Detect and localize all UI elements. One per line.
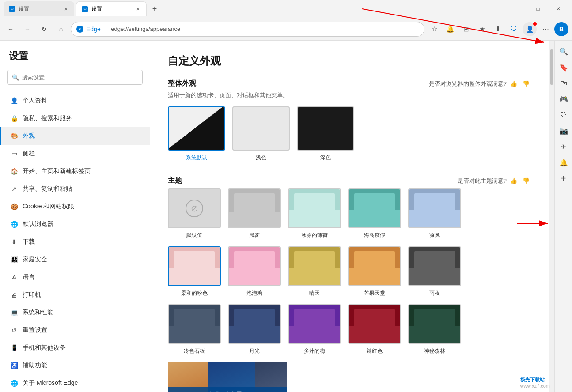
system-icon: 💻 [10, 309, 18, 317]
profile-label: 个人资料 [23, 97, 47, 105]
downloads-button[interactable]: ⬇ [491, 22, 505, 36]
thumbs-up-themes[interactable]: 👍 [508, 176, 519, 186]
minimize-button[interactable]: — [508, 2, 528, 16]
bookmark-icon[interactable]: 🔖 [557, 60, 571, 74]
theme-mystic-forest[interactable]: 神秘森林 [408, 304, 461, 355]
theme-icy-mint[interactable]: 冰凉的薄荷 [288, 188, 341, 239]
about-label: 关于 Microsoft Edge [23, 379, 78, 387]
refresh-button[interactable]: ↻ [37, 22, 51, 36]
cookies-label: Cookie 和网站权限 [23, 203, 74, 211]
reset-label: 重置设置 [23, 326, 47, 334]
soft-pink-preview [168, 246, 221, 286]
edge-logo-icon: e [76, 26, 83, 33]
new-tab-button[interactable]: + [148, 3, 161, 15]
system-default-preview [168, 106, 225, 151]
send-icon[interactable]: ✈ [557, 139, 571, 154]
language-label: 语言 [23, 273, 35, 281]
appearance-item-light[interactable]: 浅色 [232, 106, 290, 162]
address-bar[interactable]: e Edge | edge://settings/appearance [71, 22, 424, 37]
collections-button[interactable]: 🔔 [443, 22, 457, 36]
tab-1-close[interactable]: ✕ [63, 6, 69, 12]
mystic-forest-label: 神秘森林 [424, 347, 445, 355]
accessibility-label: 辅助功能 [23, 362, 47, 369]
sidebar-item-start[interactable]: 🏠 开始、主页和新建标签页 [0, 162, 150, 180]
edge-id-button[interactable]: 🛡 [507, 22, 521, 36]
theme-soft-pink[interactable]: 柔和的粉色 [168, 246, 221, 297]
thumbs-up-overall[interactable]: 👍 [508, 79, 519, 89]
cold-slate-label: 冷色石板 [184, 347, 205, 355]
sidebar-item-appearance[interactable]: 🎨 外观 [0, 127, 150, 145]
sidebar-item-family[interactable]: 👨‍👩‍👧 家庭安全 [0, 251, 150, 268]
sidebar-item-share[interactable]: ↗ 共享、复制和粘贴 [0, 180, 150, 198]
settings-more-button[interactable]: ⋯ [538, 22, 553, 36]
back-button[interactable]: ← [4, 22, 18, 36]
maximize-button[interactable]: □ [528, 2, 548, 16]
icy-mint-label: 冰凉的薄荷 [301, 232, 328, 239]
theme-mango-heaven[interactable]: 芒果天堂 [348, 246, 401, 297]
sidebar-item-profile[interactable]: 👤 个人资料 [0, 92, 150, 109]
search-input[interactable] [22, 74, 138, 81]
theme-default[interactable]: ⊘ 默认值 [168, 188, 221, 239]
home-button[interactable]: ⌂ [54, 22, 68, 36]
profile-icon: 👤 [10, 97, 18, 105]
content-wrapper: 自定义外观 整体外观 是否对浏览器的整体外观满意? 👍 👎 适用于新的选项卡、页… [150, 41, 554, 392]
appearance-item-system-default[interactable]: 系统默认 [168, 106, 225, 162]
notification-icon[interactable]: 🔔 [557, 155, 571, 170]
window-controls: — □ ✕ [508, 2, 568, 16]
theme-cool-breeze[interactable]: 凉风 [408, 188, 461, 239]
sidebar-item-language[interactable]: A 语言 [0, 268, 150, 286]
moonlight-preview [228, 304, 281, 344]
theme-island-holiday[interactable]: 海岛度假 [348, 188, 401, 239]
lock-icon: 🔒 [10, 114, 18, 122]
theme-chili-red[interactable]: 辣红色 [348, 304, 401, 355]
split-screen-button[interactable]: ⊟ [459, 22, 473, 36]
theme-sunny-day[interactable]: 晴天 [288, 246, 341, 297]
theme-moonlight[interactable]: 月光 [228, 304, 281, 355]
sidebar-label: 侧栏 [23, 150, 35, 158]
close-button[interactable]: ✕ [548, 2, 568, 16]
tab-1[interactable]: ⚙ 设置 ✕ [4, 1, 74, 16]
thumbs-down-overall[interactable]: 👎 [521, 79, 531, 89]
family-label: 家庭安全 [23, 256, 47, 264]
sidebar-item-reset[interactable]: ↺ 重置设置 [0, 321, 150, 339]
mango-heaven-label: 芒果天堂 [364, 290, 385, 297]
favorites-bar-button[interactable]: ★ [475, 22, 489, 36]
add-right-icon[interactable]: + [557, 171, 571, 185]
zoom-icon[interactable]: 🔍 [557, 44, 571, 58]
sidebar-item-about[interactable]: 🌐 关于 Microsoft Edge [0, 374, 150, 392]
shield-right-icon[interactable]: 🛡 [557, 108, 571, 122]
theme-cold-slate[interactable]: 冷色石板 [168, 304, 221, 355]
scrollbar-track[interactable] [549, 41, 554, 392]
moonlight-label: 月光 [249, 347, 260, 355]
thumbs-down-themes[interactable]: 👎 [521, 176, 531, 186]
sidebar-item-cookies[interactable]: 🍪 Cookie 和网站权限 [0, 198, 150, 215]
games-icon[interactable]: 🎮 [557, 92, 571, 106]
camera-icon[interactable]: 📷 [557, 124, 571, 138]
sidebar-item-accessibility[interactable]: ♿ 辅助功能 [0, 357, 150, 374]
theme-morning-mist[interactable]: 晨雾 [228, 188, 281, 239]
appearance-item-dark[interactable]: 深色 [297, 106, 354, 162]
forward-button[interactable]: → [20, 22, 34, 36]
scrollbar-thumb[interactable] [550, 49, 553, 85]
downloads-icon: ⬇ [10, 238, 18, 246]
theme-rainy-night[interactable]: 雨夜 [408, 246, 461, 297]
shopping-icon[interactable]: 🛍 [557, 76, 571, 90]
tab-2-close[interactable]: ✕ [135, 6, 141, 12]
sidebar-item-mobile[interactable]: 📱 手机和其他设备 [0, 339, 150, 357]
favorites-button[interactable]: ☆ [427, 22, 441, 36]
sidebar-item-system[interactable]: 💻 系统和性能 [0, 304, 150, 321]
cold-slate-preview [168, 304, 221, 344]
theme-bubblegum[interactable]: 泡泡糖 [228, 246, 281, 297]
themes-row-3: 冷色石板 月光 [168, 304, 531, 355]
tab-2[interactable]: ⚙ 设置 ✕ [76, 1, 147, 16]
sidebar-item-default-browser[interactable]: 🌐 默认浏览器 [0, 215, 150, 233]
theme-juicy-plum[interactable]: 多汁的梅 [288, 304, 341, 355]
sidebar-item-sidebar[interactable]: ▭ 侧栏 [0, 145, 150, 162]
sidebar-item-downloads[interactable]: ⬇ 下载 [0, 233, 150, 251]
profile-button[interactable]: 👤 [523, 22, 537, 36]
sidebar-item-privacy[interactable]: 🔒 隐私、搜索和服务 [0, 109, 150, 127]
bing-button[interactable]: B [554, 22, 568, 36]
discover-more-themes[interactable]: 发现更多主题 ↗ [168, 362, 287, 392]
search-box[interactable]: 🔍 [7, 70, 143, 85]
sidebar-item-printer[interactable]: 🖨 打印机 [0, 286, 150, 304]
